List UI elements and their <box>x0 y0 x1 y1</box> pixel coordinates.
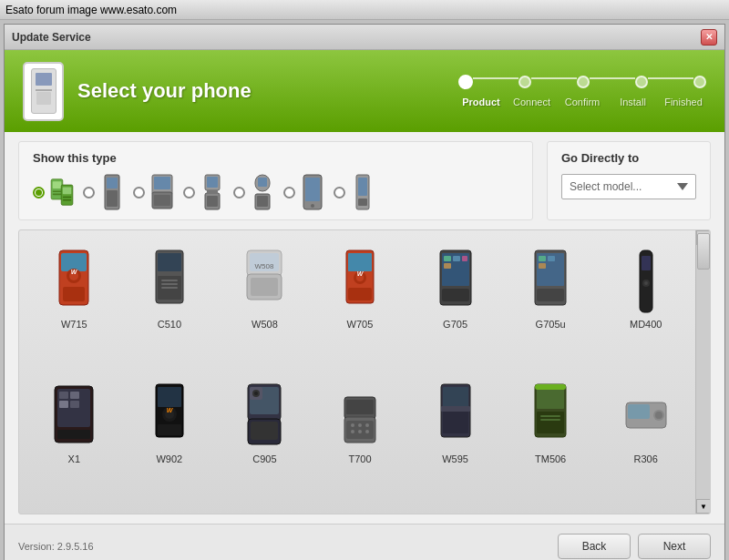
svg-rect-65 <box>539 263 546 269</box>
svg-rect-9 <box>107 178 118 188</box>
radio-slider[interactable] <box>133 187 145 199</box>
radio-clamshell[interactable] <box>183 187 195 199</box>
phone-item-w715[interactable]: W W715 <box>28 239 120 371</box>
phone-img-g705u <box>523 247 578 315</box>
svg-rect-106 <box>537 387 564 409</box>
phone-type-candybar[interactable] <box>83 174 126 210</box>
header-phone-icon <box>23 62 64 121</box>
svg-rect-64 <box>548 256 555 261</box>
main-window: Update Service ✕ Select your phone <box>4 24 725 560</box>
bottom-bar: Version: 2.9.5.16 Back Next <box>5 524 724 560</box>
scrollbar-down-button[interactable]: ▼ <box>696 499 711 514</box>
svg-rect-82 <box>158 424 181 435</box>
window-title-bar: Update Service ✕ <box>5 25 724 50</box>
steps-wrapper: Product Connect Confirm Install Finished <box>458 75 706 107</box>
svg-rect-19 <box>207 190 218 194</box>
radio-candybar[interactable] <box>83 187 95 199</box>
phone-item-w705[interactable]: W W705 <box>314 239 406 371</box>
phone-name-w705: W705 <box>347 319 374 330</box>
phone-img-x1 <box>46 382 101 450</box>
header-title: Select your phone <box>77 79 252 103</box>
radio-other[interactable] <box>334 187 345 199</box>
svg-rect-18 <box>207 196 218 207</box>
phone-types-row <box>33 174 519 210</box>
phone-type-other[interactable] <box>334 174 376 210</box>
phone-item-c905[interactable]: C905 <box>219 374 311 505</box>
header-banner: Select your phone Product <box>5 50 724 132</box>
svg-rect-37 <box>158 253 181 271</box>
svg-rect-59 <box>444 263 451 269</box>
svg-rect-41 <box>161 287 178 289</box>
phone-item-t700[interactable]: T700 <box>314 374 406 505</box>
phone-img-r306 <box>619 382 673 450</box>
step-label-install: Install <box>611 97 656 107</box>
svg-point-98 <box>351 430 354 433</box>
radio-all[interactable] <box>33 187 45 199</box>
step-label-finished: Finished <box>661 97 706 107</box>
phone-item-g705[interactable]: G705 <box>409 239 501 371</box>
svg-rect-16 <box>207 177 218 188</box>
phone-item-g705u[interactable]: G705u <box>505 239 597 371</box>
step-label-connect: Connect <box>509 97 555 107</box>
svg-rect-10 <box>107 190 118 207</box>
svg-rect-109 <box>540 415 560 417</box>
svg-point-99 <box>358 430 362 433</box>
phone-type-clamshell[interactable] <box>183 174 226 210</box>
phone-item-x1[interactable]: X1 <box>28 374 120 505</box>
phone-name-tm506: TM506 <box>535 453 566 464</box>
phone-item-c510[interactable]: C510 <box>124 239 216 371</box>
header-phone-screen <box>36 73 52 86</box>
phone-item-md400[interactable]: MD400 <box>600 239 692 371</box>
svg-rect-108 <box>537 412 564 433</box>
phone-type-smartphone[interactable] <box>283 174 326 210</box>
phone-item-r306[interactable]: R306 <box>600 374 692 505</box>
phone-img-w705: W <box>333 247 387 315</box>
phone-img-g705 <box>428 247 483 315</box>
scrollbar-thumb[interactable] <box>697 233 710 270</box>
phone-icon-candybar <box>98 174 126 210</box>
phones-scrollbar[interactable]: ▲ ▼ <box>695 230 710 514</box>
phone-icon-flip <box>249 174 276 210</box>
svg-rect-28 <box>358 178 367 196</box>
phone-item-w508[interactable]: W508 W508 <box>219 239 311 371</box>
svg-rect-77 <box>57 430 90 439</box>
header-phone-keypad <box>36 92 51 105</box>
next-button[interactable]: Next <box>638 534 711 559</box>
phone-item-tm506[interactable]: TM506 <box>505 374 597 505</box>
phones-grid: W W715 <box>19 230 710 514</box>
radio-smartphone[interactable] <box>283 187 295 199</box>
phone-item-w902[interactable]: W W902 <box>124 374 216 505</box>
radio-flip[interactable] <box>233 187 245 199</box>
header-phone-inner <box>31 68 56 114</box>
phone-type-slider[interactable] <box>133 174 176 210</box>
phone-type-flip[interactable] <box>233 174 276 210</box>
phone-item-w595[interactable]: W595 <box>409 374 501 505</box>
window-title: Update Service <box>12 31 91 44</box>
svg-rect-63 <box>539 256 546 261</box>
bottom-buttons: Back Next <box>558 534 711 559</box>
svg-rect-66 <box>537 289 564 301</box>
svg-rect-92 <box>346 400 374 414</box>
back-button[interactable]: Back <box>558 534 631 559</box>
svg-rect-46 <box>251 278 278 296</box>
svg-rect-23 <box>257 196 268 207</box>
phone-img-w902: W <box>142 382 197 450</box>
phone-type-all[interactable] <box>33 174 76 210</box>
phone-name-w508: W508 <box>252 319 278 330</box>
phone-name-w715: W715 <box>61 319 87 330</box>
step-dot-install <box>635 76 648 88</box>
step-line-1 <box>473 77 519 79</box>
phone-icon-all <box>48 174 76 210</box>
svg-rect-60 <box>442 289 469 301</box>
step-dot-product <box>458 75 473 89</box>
steps-container: Product Connect Confirm Install Finished <box>458 50 706 132</box>
svg-rect-112 <box>628 404 650 419</box>
phone-img-tm506 <box>523 382 578 450</box>
svg-rect-2 <box>53 190 61 192</box>
show-type-label: Show this type <box>33 151 519 165</box>
model-select[interactable]: Select model... W715 C510 W508 W705 G705… <box>561 174 696 199</box>
close-button[interactable]: ✕ <box>701 29 717 46</box>
svg-rect-76 <box>70 401 79 408</box>
svg-rect-110 <box>540 419 560 421</box>
svg-rect-39 <box>161 280 178 281</box>
